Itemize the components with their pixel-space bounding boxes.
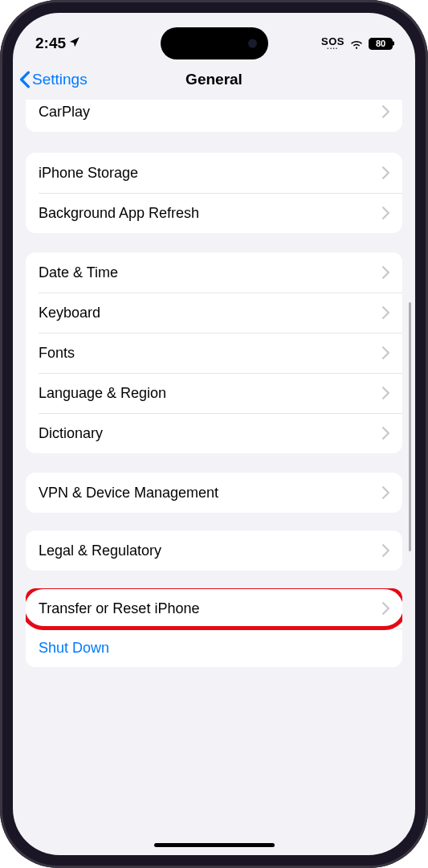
row-label: CarPlay	[39, 104, 90, 121]
chevron-right-icon	[382, 166, 389, 179]
row-iphone-storage[interactable]: iPhone Storage	[26, 153, 402, 193]
group-legal: Legal & Regulatory	[26, 530, 402, 571]
chevron-right-icon	[382, 602, 389, 615]
shutdown-label: Shut Down	[39, 640, 109, 657]
status-time: 2:45	[35, 35, 66, 52]
device-frame: 2:45 SOS •••• 80	[0, 0, 428, 868]
row-language-region[interactable]: Language & Region	[26, 373, 402, 413]
row-label: Date & Time	[39, 264, 118, 281]
row-label: Keyboard	[39, 305, 100, 321]
chevron-right-icon	[382, 207, 389, 219]
row-legal-regulatory[interactable]: Legal & Regulatory	[26, 530, 402, 571]
home-indicator[interactable]	[154, 843, 275, 847]
chevron-right-icon	[382, 427, 389, 440]
chevron-left-icon	[19, 71, 31, 88]
row-background-app-refresh[interactable]: Background App Refresh	[26, 193, 402, 233]
chevron-right-icon	[382, 544, 389, 557]
screen: 2:45 SOS •••• 80	[13, 13, 415, 855]
row-transfer-reset[interactable]: Transfer or Reset iPhone	[26, 588, 402, 628]
sos-indicator: SOS ••••	[321, 36, 344, 51]
group-carplay: CarPlay	[26, 100, 402, 132]
row-label: Language & Region	[39, 385, 166, 402]
row-dictionary[interactable]: Dictionary	[26, 413, 402, 453]
wifi-icon	[349, 38, 364, 49]
group-prefs: Date & Time Keyboard Fonts	[26, 252, 402, 453]
status-right: SOS •••• 80	[321, 36, 393, 51]
battery-indicator: 80	[369, 38, 393, 50]
group-storage: iPhone Storage Background App Refresh	[26, 153, 402, 233]
chevron-right-icon	[382, 346, 389, 359]
scroll-indicator[interactable]	[409, 302, 411, 551]
row-label: iPhone Storage	[39, 165, 138, 182]
nav-bar: Settings General	[13, 59, 415, 100]
row-date-time[interactable]: Date & Time	[26, 252, 402, 293]
chevron-right-icon	[382, 306, 389, 319]
row-label: Fonts	[39, 345, 75, 362]
back-label: Settings	[32, 71, 88, 88]
row-label: Legal & Regulatory	[39, 542, 161, 559]
location-icon	[68, 35, 80, 52]
row-label: Background App Refresh	[39, 205, 199, 222]
row-shut-down[interactable]: Shut Down	[26, 628, 402, 667]
chevron-right-icon	[382, 105, 389, 118]
chevron-right-icon	[382, 387, 389, 399]
row-carplay[interactable]: CarPlay	[26, 100, 402, 132]
chevron-right-icon	[382, 266, 389, 279]
status-left: 2:45	[35, 35, 80, 52]
group-reset: Transfer or Reset iPhone Shut Down	[26, 588, 402, 667]
row-label: Transfer or Reset iPhone	[39, 600, 199, 617]
back-button[interactable]: Settings	[19, 71, 88, 88]
row-label: Dictionary	[39, 425, 103, 442]
dynamic-island	[161, 27, 268, 59]
group-vpn: VPN & Device Management	[26, 473, 402, 513]
chevron-right-icon	[382, 486, 389, 499]
row-vpn-device-management[interactable]: VPN & Device Management	[26, 473, 402, 513]
row-label: VPN & Device Management	[39, 485, 218, 502]
row-fonts[interactable]: Fonts	[26, 333, 402, 373]
row-keyboard[interactable]: Keyboard	[26, 293, 402, 333]
content: CarPlay iPhone Storage Background App Re…	[13, 100, 415, 691]
